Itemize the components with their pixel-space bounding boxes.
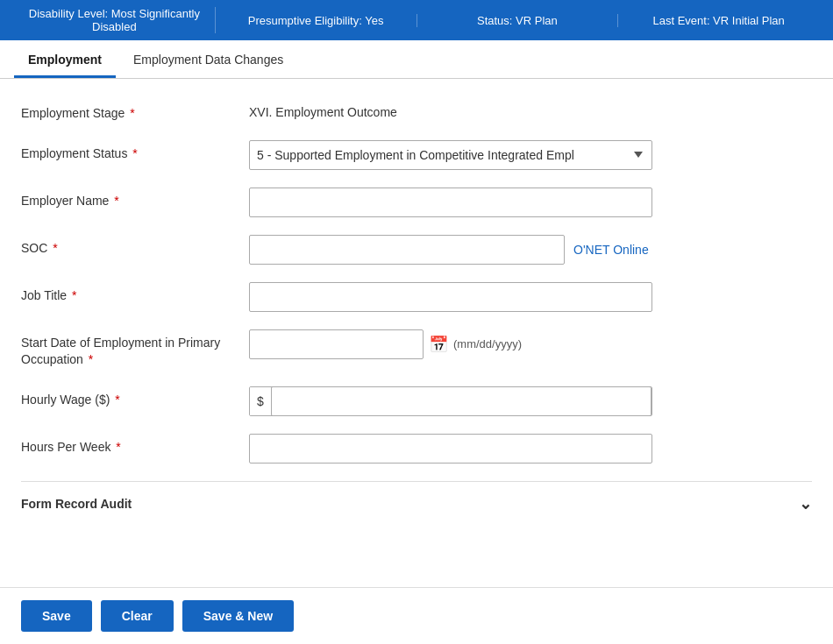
employment-stage-label: Employment Stage * (21, 100, 249, 123)
soc-input[interactable] (249, 235, 565, 265)
employment-status-row: Employment Status * 5 - Supported Employ… (21, 140, 812, 170)
hours-per-week-input[interactable] (249, 434, 652, 464)
wage-prefix: $ (250, 387, 271, 415)
audit-section: Form Record Audit ⌄ (21, 481, 812, 526)
hours-per-week-label: Hours Per Week * (21, 434, 249, 456)
audit-label: Form Record Audit (21, 497, 132, 511)
plan-status: Status: VR Plan (417, 14, 619, 27)
employment-status-field: 5 - Supported Employment in Competitive … (249, 140, 812, 170)
employer-name-label: Employer Name * (21, 188, 249, 210)
employment-stage-field: XVI. Employment Outcome (249, 100, 812, 119)
disability-status: Disability Level: Most Significantly Dis… (14, 7, 216, 33)
soc-row: SOC * O'NET Online (21, 235, 812, 265)
tabs-container: Employment Employment Data Changes (0, 40, 833, 79)
job-title-row: Job Title * (21, 282, 812, 312)
job-title-label: Job Title * (21, 282, 249, 305)
eligibility-status: Presumptive Eligibility: Yes (216, 14, 417, 27)
hourly-wage-label: Hourly Wage ($) * (21, 386, 249, 409)
hours-per-week-row: Hours Per Week * (21, 434, 812, 464)
hourly-wage-row: Hourly Wage ($) * $ (21, 386, 812, 416)
employer-name-field (249, 188, 812, 217)
employment-status-label: Employment Status * (21, 140, 249, 163)
onet-online-link[interactable]: O'NET Online (573, 243, 649, 257)
chevron-down-icon: ⌄ (799, 494, 812, 513)
start-date-label: Start Date of Employment in Primary Occu… (21, 329, 249, 369)
calendar-icon[interactable]: 📅 (429, 332, 448, 357)
last-event-status: Last Event: VR Initial Plan (618, 14, 819, 27)
audit-header[interactable]: Form Record Audit ⌄ (21, 482, 812, 526)
employment-stage-value: XVI. Employment Outcome (249, 100, 397, 119)
soc-label: SOC * (21, 235, 249, 258)
start-date-input[interactable] (249, 329, 424, 359)
start-date-field: 📅 (mm/dd/yyyy) (249, 329, 812, 359)
date-input-wrapper: 📅 (mm/dd/yyyy) (249, 329, 522, 359)
start-date-row: Start Date of Employment in Primary Occu… (21, 329, 812, 369)
employment-stage-row: Employment Stage * XVI. Employment Outco… (21, 100, 812, 123)
employer-name-input[interactable] (249, 188, 652, 217)
hours-per-week-field (249, 434, 812, 464)
status-bar: Disability Level: Most Significantly Dis… (0, 0, 833, 40)
hourly-wage-input[interactable] (271, 386, 651, 416)
tab-employment-data-changes[interactable]: Employment Data Changes (119, 40, 297, 78)
tab-employment[interactable]: Employment (14, 40, 116, 78)
hourly-wage-field: $ (249, 386, 812, 416)
employment-status-select[interactable]: 5 - Supported Employment in Competitive … (249, 140, 652, 170)
job-title-field (249, 282, 812, 312)
employer-name-row: Employer Name * (21, 188, 812, 217)
main-content: Employment Stage * XVI. Employment Outco… (0, 79, 833, 526)
job-title-input[interactable] (249, 282, 652, 312)
soc-field: O'NET Online (249, 235, 812, 265)
wage-input-wrapper: $ (249, 386, 652, 416)
date-format-hint: (mm/dd/yyyy) (453, 337, 522, 350)
